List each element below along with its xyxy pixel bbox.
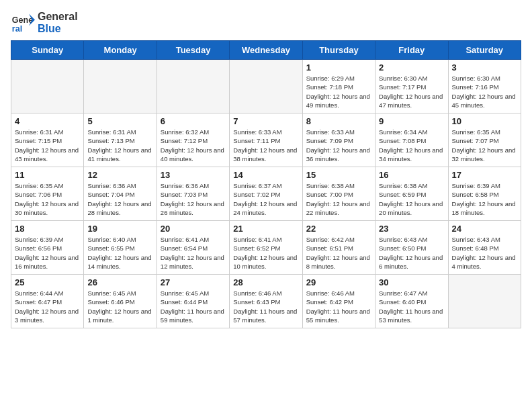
- calendar-cell: 1 Sunrise: 6:29 AMSunset: 7:18 PMDayligh…: [302, 60, 375, 113]
- day-info: Sunrise: 6:31 AMSunset: 7:13 PMDaylight:…: [87, 128, 152, 163]
- day-info: Sunrise: 6:43 AMSunset: 6:50 PMDaylight:…: [379, 235, 444, 271]
- day-number: 14: [233, 170, 298, 180]
- day-number: 9: [379, 116, 444, 126]
- day-number: 21: [233, 224, 298, 234]
- calendar-cell: [448, 275, 521, 328]
- day-number: 26: [87, 277, 152, 287]
- day-number: 11: [15, 170, 80, 180]
- day-info: Sunrise: 6:35 AMSunset: 7:06 PMDaylight:…: [15, 181, 80, 217]
- calendar-cell: 22 Sunrise: 6:42 AMSunset: 6:51 PMDaylig…: [302, 221, 375, 275]
- calendar-cell: 10 Sunrise: 6:35 AMSunset: 7:07 PMDaylig…: [448, 113, 521, 167]
- day-info: Sunrise: 6:39 AMSunset: 6:58 PMDaylight:…: [452, 181, 517, 217]
- day-number: 16: [379, 170, 444, 180]
- day-info: Sunrise: 6:30 AMSunset: 7:16 PMDaylight:…: [452, 74, 517, 109]
- logo-text-line2: Blue: [38, 23, 78, 35]
- day-number: 4: [15, 116, 80, 126]
- calendar-cell: 26 Sunrise: 6:45 AMSunset: 6:46 PMDaylig…: [84, 275, 157, 328]
- day-info: Sunrise: 6:45 AMSunset: 6:46 PMDaylight:…: [87, 289, 152, 324]
- day-number: 20: [161, 224, 226, 234]
- calendar-cell: 23 Sunrise: 6:43 AMSunset: 6:50 PMDaylig…: [375, 221, 448, 275]
- day-number: 15: [306, 170, 371, 180]
- calendar-cell: [84, 60, 157, 113]
- calendar-cell: 16 Sunrise: 6:38 AMSunset: 6:59 PMDaylig…: [375, 167, 448, 221]
- day-info: Sunrise: 6:33 AMSunset: 7:09 PMDaylight:…: [306, 128, 371, 163]
- day-info: Sunrise: 6:44 AMSunset: 6:47 PMDaylight:…: [15, 289, 80, 324]
- day-number: 23: [379, 224, 444, 234]
- day-number: 5: [87, 116, 152, 126]
- calendar-table: SundayMondayTuesdayWednesdayThursdayFrid…: [11, 40, 521, 328]
- day-info: Sunrise: 6:45 AMSunset: 6:44 PMDaylight:…: [161, 289, 226, 324]
- day-info: Sunrise: 6:36 AMSunset: 7:04 PMDaylight:…: [87, 181, 152, 217]
- calendar-cell: 21 Sunrise: 6:41 AMSunset: 6:52 PMDaylig…: [230, 221, 302, 275]
- calendar-cell: 18 Sunrise: 6:39 AMSunset: 6:56 PMDaylig…: [11, 221, 84, 275]
- weekday-header: Saturday: [448, 41, 521, 60]
- day-info: Sunrise: 6:46 AMSunset: 6:43 PMDaylight:…: [233, 289, 298, 324]
- day-info: Sunrise: 6:46 AMSunset: 6:42 PMDaylight:…: [306, 289, 371, 324]
- calendar-cell: 19 Sunrise: 6:40 AMSunset: 6:55 PMDaylig…: [84, 221, 157, 275]
- day-info: Sunrise: 6:41 AMSunset: 6:54 PMDaylight:…: [161, 235, 226, 271]
- day-number: 18: [15, 224, 80, 234]
- day-info: Sunrise: 6:31 AMSunset: 7:15 PMDaylight:…: [15, 128, 80, 163]
- day-number: 10: [452, 116, 517, 126]
- weekday-header: Thursday: [302, 41, 375, 60]
- weekday-header: Friday: [375, 41, 448, 60]
- day-number: 6: [161, 116, 226, 126]
- day-info: Sunrise: 6:38 AMSunset: 6:59 PMDaylight:…: [379, 181, 444, 217]
- weekday-header: Tuesday: [157, 41, 229, 60]
- day-info: Sunrise: 6:47 AMSunset: 6:40 PMDaylight:…: [379, 289, 444, 324]
- header: Gene ral General Blue: [11, 11, 521, 35]
- day-info: Sunrise: 6:29 AMSunset: 7:18 PMDaylight:…: [306, 74, 371, 109]
- weekday-header: Sunday: [11, 41, 84, 60]
- calendar-cell: 5 Sunrise: 6:31 AMSunset: 7:13 PMDayligh…: [84, 113, 157, 167]
- calendar-cell: [11, 60, 84, 113]
- logo-text-line1: General: [38, 11, 78, 23]
- day-number: 29: [306, 277, 371, 287]
- calendar-cell: 2 Sunrise: 6:30 AMSunset: 7:17 PMDayligh…: [375, 60, 448, 113]
- calendar-cell: 7 Sunrise: 6:33 AMSunset: 7:11 PMDayligh…: [230, 113, 302, 167]
- day-info: Sunrise: 6:33 AMSunset: 7:11 PMDaylight:…: [233, 128, 298, 163]
- day-info: Sunrise: 6:35 AMSunset: 7:07 PMDaylight:…: [452, 128, 517, 163]
- calendar-cell: 24 Sunrise: 6:43 AMSunset: 6:48 PMDaylig…: [448, 221, 521, 275]
- calendar-cell: 20 Sunrise: 6:41 AMSunset: 6:54 PMDaylig…: [157, 221, 229, 275]
- day-number: 27: [161, 277, 226, 287]
- day-number: 8: [306, 116, 371, 126]
- day-number: 24: [452, 224, 517, 234]
- day-info: Sunrise: 6:42 AMSunset: 6:51 PMDaylight:…: [306, 235, 371, 271]
- day-number: 25: [15, 277, 80, 287]
- day-number: 17: [452, 170, 517, 180]
- day-number: 22: [306, 224, 371, 234]
- calendar-cell: 4 Sunrise: 6:31 AMSunset: 7:15 PMDayligh…: [11, 113, 84, 167]
- day-info: Sunrise: 6:39 AMSunset: 6:56 PMDaylight:…: [15, 235, 80, 271]
- weekday-header: Wednesday: [230, 41, 302, 60]
- calendar-cell: 9 Sunrise: 6:34 AMSunset: 7:08 PMDayligh…: [375, 113, 448, 167]
- calendar-cell: 8 Sunrise: 6:33 AMSunset: 7:09 PMDayligh…: [302, 113, 375, 167]
- svg-text:ral: ral: [12, 24, 22, 34]
- calendar-cell: 3 Sunrise: 6:30 AMSunset: 7:16 PMDayligh…: [448, 60, 521, 113]
- day-info: Sunrise: 6:30 AMSunset: 7:17 PMDaylight:…: [379, 74, 444, 109]
- day-info: Sunrise: 6:37 AMSunset: 7:02 PMDaylight:…: [233, 181, 298, 217]
- calendar-cell: 30 Sunrise: 6:47 AMSunset: 6:40 PMDaylig…: [375, 275, 448, 328]
- day-number: 2: [379, 62, 444, 73]
- calendar-cell: 12 Sunrise: 6:36 AMSunset: 7:04 PMDaylig…: [84, 167, 157, 221]
- logo-icon: Gene ral: [11, 11, 35, 35]
- calendar-cell: 27 Sunrise: 6:45 AMSunset: 6:44 PMDaylig…: [157, 275, 229, 328]
- calendar-cell: 28 Sunrise: 6:46 AMSunset: 6:43 PMDaylig…: [230, 275, 302, 328]
- calendar-cell: 15 Sunrise: 6:38 AMSunset: 7:00 PMDaylig…: [302, 167, 375, 221]
- day-number: 28: [233, 277, 298, 287]
- logo: Gene ral General Blue: [11, 11, 78, 35]
- calendar-cell: 6 Sunrise: 6:32 AMSunset: 7:12 PMDayligh…: [157, 113, 229, 167]
- calendar-cell: 11 Sunrise: 6:35 AMSunset: 7:06 PMDaylig…: [11, 167, 84, 221]
- day-number: 13: [161, 170, 226, 180]
- day-info: Sunrise: 6:36 AMSunset: 7:03 PMDaylight:…: [161, 181, 226, 217]
- calendar-cell: 14 Sunrise: 6:37 AMSunset: 7:02 PMDaylig…: [230, 167, 302, 221]
- calendar-cell: 25 Sunrise: 6:44 AMSunset: 6:47 PMDaylig…: [11, 275, 84, 328]
- day-number: 19: [87, 224, 152, 234]
- weekday-header: Monday: [84, 41, 157, 60]
- day-number: 7: [233, 116, 298, 126]
- day-info: Sunrise: 6:41 AMSunset: 6:52 PMDaylight:…: [233, 235, 298, 271]
- day-info: Sunrise: 6:38 AMSunset: 7:00 PMDaylight:…: [306, 181, 371, 217]
- day-info: Sunrise: 6:34 AMSunset: 7:08 PMDaylight:…: [379, 128, 444, 163]
- calendar-cell: [230, 60, 302, 113]
- calendar-cell: 17 Sunrise: 6:39 AMSunset: 6:58 PMDaylig…: [448, 167, 521, 221]
- calendar-cell: 13 Sunrise: 6:36 AMSunset: 7:03 PMDaylig…: [157, 167, 229, 221]
